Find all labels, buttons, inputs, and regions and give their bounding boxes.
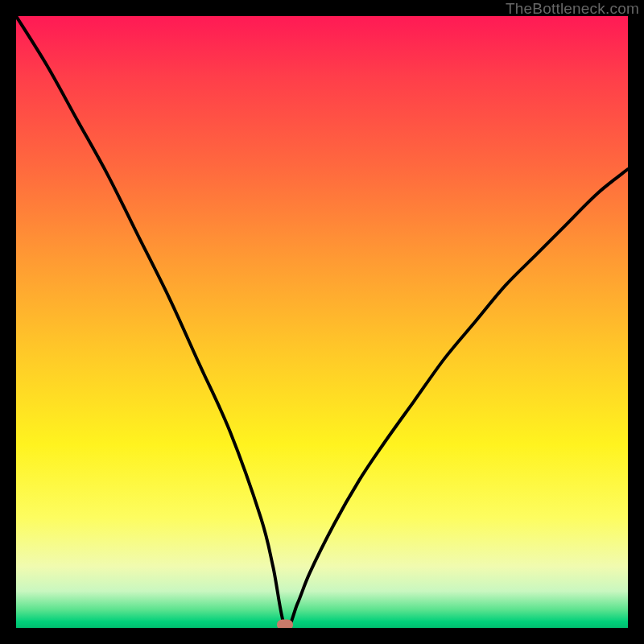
chart-frame: TheBottleneck.com	[0, 0, 644, 644]
minimum-marker	[277, 620, 293, 629]
bottleneck-curve	[16, 16, 628, 628]
attribution-text: TheBottleneck.com	[506, 0, 639, 18]
plot-area	[16, 16, 628, 628]
